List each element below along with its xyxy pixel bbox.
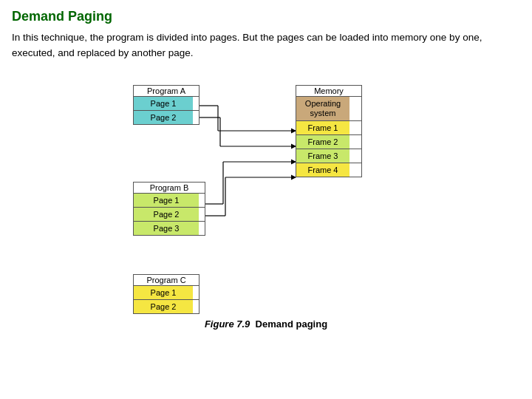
os-block: Operatingsystem bbox=[296, 97, 349, 120]
prog-c-page1: Page 1 bbox=[134, 286, 193, 299]
diagram: Program A Page 1 Page 2 Program B Page 1 bbox=[111, 75, 421, 311]
frame4: Frame 4 bbox=[296, 163, 349, 177]
prog-a-page1: Page 1 bbox=[134, 97, 193, 110]
program-b: Program B Page 1 Page 2 Page 3 bbox=[133, 182, 205, 236]
figure-number: Figure 7.9 bbox=[205, 318, 250, 330]
prog-b-page3: Page 3 bbox=[134, 222, 199, 235]
diagram-container: Program A Page 1 Page 2 Program B Page 1 bbox=[12, 75, 520, 311]
program-b-label: Program B bbox=[134, 183, 205, 193]
figure-text: Demand paging bbox=[256, 318, 328, 330]
prog-a-page2: Page 2 bbox=[134, 111, 193, 124]
page-title: Demand Paging bbox=[12, 9, 520, 24]
page-content: Demand Paging In this technique, the pro… bbox=[0, 0, 532, 338]
program-a-label: Program A bbox=[134, 86, 199, 96]
figure-caption: Figure 7.9 Demand paging bbox=[12, 318, 520, 330]
program-c: Program C Page 1 Page 2 bbox=[133, 274, 200, 314]
frame3: Frame 3 bbox=[296, 149, 349, 163]
frame2: Frame 2 bbox=[296, 135, 349, 149]
frame1: Frame 1 bbox=[296, 121, 349, 134]
program-c-label: Program C bbox=[134, 275, 199, 285]
prog-c-page2: Page 2 bbox=[134, 300, 193, 313]
memory-box: Memory Operatingsystem Frame 1 Frame 2 bbox=[296, 85, 362, 177]
program-a: Program A Page 1 Page 2 bbox=[133, 85, 200, 125]
memory-label: Memory bbox=[296, 86, 361, 96]
prog-b-page1: Page 1 bbox=[134, 194, 199, 207]
description-text: In this technique, the program is divide… bbox=[12, 30, 520, 61]
prog-b-page2: Page 2 bbox=[134, 208, 199, 221]
